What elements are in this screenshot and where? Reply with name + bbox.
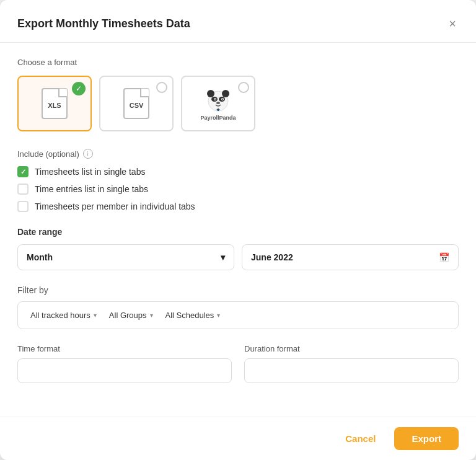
payrollpanda-label: PayrollPanda (200, 115, 236, 121)
period-dropdown[interactable]: Month ▾ (17, 244, 234, 270)
checkbox-label-1: Time entries list in single tabs (35, 184, 148, 194)
modal-header: Export Monthly Timesheets Data × (0, 0, 476, 43)
format-row: Time format Duration format (17, 344, 459, 383)
calendar-icon: 📅 (439, 252, 449, 262)
filter-schedules[interactable]: All Schedules ▾ (162, 308, 224, 322)
modal-footer: Cancel Export (0, 417, 476, 460)
modal-body: Choose a format ✓ XLS CSV (0, 43, 476, 417)
xls-file-icon: XLS (42, 88, 68, 119)
svg-rect-11 (218, 108, 219, 111)
csv-radio (156, 82, 167, 93)
checkbox-single-tabs[interactable] (17, 166, 29, 177)
duration-format-group: Duration format (244, 344, 459, 383)
filter-section: Filter by All tracked hours ▾ All Groups… (17, 285, 459, 329)
filter-groups-label: All Groups (109, 311, 147, 320)
filter-row: All tracked hours ▾ All Groups ▾ All Sch… (17, 301, 459, 329)
time-format-input[interactable] (17, 358, 232, 383)
info-icon[interactable]: i (83, 149, 93, 159)
payrollpanda-icon: PayrollPanda (200, 86, 236, 121)
export-modal: Export Monthly Timesheets Data × Choose … (0, 0, 476, 460)
svg-point-9 (216, 102, 220, 104)
time-format-label: Time format (17, 344, 232, 353)
checkbox-per-member[interactable] (17, 201, 29, 212)
include-section: Include (optional) i Timesheets list in … (17, 149, 459, 212)
include-header: Include (optional) i (17, 149, 459, 159)
duration-format-label: Duration format (244, 344, 459, 353)
checkbox-row-2: Timesheets per member in individual tabs (17, 201, 459, 212)
filter-by-label: Filter by (17, 285, 459, 295)
checkbox-row-0: Timesheets list in single tabs (17, 166, 459, 177)
format-label: Choose a format (17, 58, 459, 67)
checkbox-label-2: Timesheets per member in individual tabs (35, 201, 195, 211)
svg-point-8 (222, 99, 223, 100)
filter-groups[interactable]: All Groups ▾ (105, 308, 157, 322)
selected-check: ✓ (72, 82, 86, 95)
svg-point-1 (207, 90, 214, 97)
filter-schedules-label: All Schedules (165, 311, 214, 320)
hours-dropdown-icon: ▾ (94, 312, 97, 319)
format-options: ✓ XLS CSV (17, 76, 459, 131)
modal-title: Export Monthly Timesheets Data (17, 17, 190, 30)
close-button[interactable]: × (446, 15, 459, 32)
date-value: June 2022 (251, 252, 293, 262)
format-csv[interactable]: CSV (99, 76, 174, 131)
checkbox-row-1: Time entries list in single tabs (17, 184, 459, 195)
filter-hours-label: All tracked hours (30, 311, 90, 320)
date-range-row: Month ▾ June 2022 📅 (17, 244, 459, 270)
schedules-dropdown-icon: ▾ (217, 312, 220, 319)
svg-point-7 (214, 99, 216, 100)
filter-hours[interactable]: All tracked hours ▾ (27, 308, 100, 322)
svg-point-2 (222, 90, 229, 97)
date-range-section: Date range Month ▾ June 2022 📅 (17, 227, 459, 270)
cancel-button[interactable]: Cancel (334, 427, 387, 450)
xls-icon-group: XLS (42, 88, 68, 119)
date-picker[interactable]: June 2022 📅 (242, 244, 459, 270)
checkbox-time-entries[interactable] (17, 184, 29, 195)
include-label: Include (optional) (17, 149, 79, 159)
panda-svg (205, 86, 232, 113)
time-format-group: Time format (17, 344, 232, 383)
export-button[interactable]: Export (394, 427, 459, 450)
payroll-radio (238, 82, 249, 93)
format-payrollpanda[interactable]: PayrollPanda (181, 76, 255, 131)
csv-file-icon: CSV (123, 88, 149, 119)
dropdown-arrow-icon: ▾ (221, 252, 225, 262)
date-range-label: Date range (17, 227, 459, 237)
groups-dropdown-icon: ▾ (150, 312, 153, 319)
period-value: Month (27, 252, 53, 262)
duration-format-input[interactable] (244, 358, 459, 383)
format-xls[interactable]: ✓ XLS (17, 76, 92, 131)
checkbox-label-0: Timesheets list in single tabs (35, 167, 145, 177)
csv-icon-group: CSV (123, 88, 149, 119)
